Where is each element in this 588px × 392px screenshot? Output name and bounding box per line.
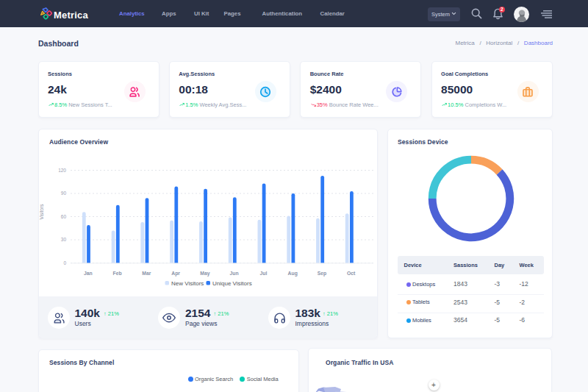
svg-text:Visitors: Visitors — [39, 204, 44, 220]
svg-text:Oct: Oct — [347, 271, 356, 276]
svg-text:Jan: Jan — [83, 271, 92, 276]
svg-text:0: 0 — [63, 260, 66, 266]
svg-text:Jul: Jul — [259, 271, 267, 276]
svg-text:Mar: Mar — [142, 271, 151, 276]
svg-text:Unique Visitors: Unique Visitors — [212, 280, 252, 287]
svg-text:Feb: Feb — [112, 271, 121, 276]
svg-text:Jun: Jun — [229, 271, 238, 276]
svg-text:Apr: Apr — [171, 271, 180, 277]
svg-text:30: 30 — [60, 237, 66, 242]
svg-text:120: 120 — [58, 168, 66, 173]
svg-text:90: 90 — [60, 190, 66, 196]
svg-text:Sep: Sep — [317, 271, 326, 277]
svg-text:Aug: Aug — [287, 271, 297, 277]
svg-text:May: May — [200, 271, 209, 277]
svg-text:New Visitors: New Visitors — [171, 280, 204, 287]
svg-text:60: 60 — [60, 214, 66, 219]
